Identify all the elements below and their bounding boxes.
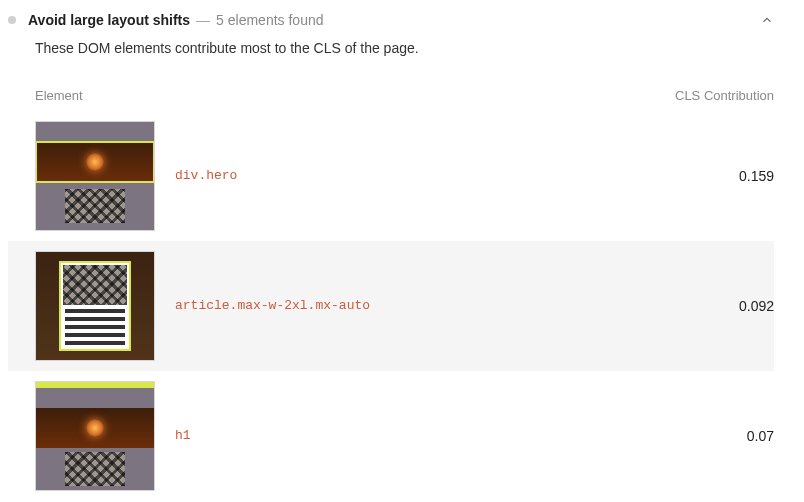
audit-description: These DOM elements contribute most to th…	[8, 40, 774, 82]
column-header-cls: CLS Contribution	[675, 88, 774, 103]
audit-title: Avoid large layout shifts	[28, 12, 190, 28]
table-header: Element CLS Contribution	[8, 82, 774, 111]
cls-value: 0.07	[747, 428, 774, 444]
element-thumbnail	[35, 381, 155, 491]
table-row[interactable]: article.max-w-2xl.mx-auto 0.092	[8, 241, 774, 371]
status-dot-icon	[8, 16, 16, 24]
column-header-element: Element	[35, 88, 675, 103]
element-thumbnail	[35, 251, 155, 361]
cls-value: 0.092	[739, 298, 774, 314]
table-row[interactable]: div.hero 0.159	[8, 111, 774, 241]
table-row[interactable]: h1 0.07	[8, 371, 774, 501]
audit-subtitle: 5 elements found	[216, 12, 323, 28]
chevron-up-icon[interactable]	[760, 13, 774, 27]
element-selector: div.hero	[175, 168, 237, 183]
element-selector: h1	[175, 428, 191, 443]
element-thumbnail	[35, 121, 155, 231]
separator: —	[196, 12, 210, 28]
cls-value: 0.159	[739, 168, 774, 184]
audit-header[interactable]: Avoid large layout shifts — 5 elements f…	[8, 8, 774, 40]
element-selector: article.max-w-2xl.mx-auto	[175, 298, 370, 313]
